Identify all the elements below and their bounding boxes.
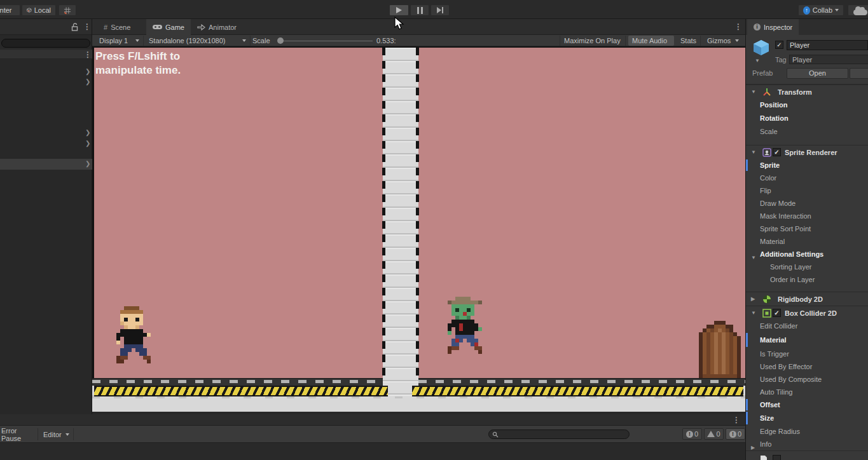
prefab-select-button[interactable] <box>850 68 868 79</box>
row-order-in-layer[interactable]: Order in Layer <box>746 273 868 286</box>
row-used-by-composite[interactable]: Used By Composite <box>746 373 868 386</box>
info-log-toggle[interactable]: ! 0 <box>682 428 702 440</box>
maximize-on-play-toggle[interactable]: Maximize On Play <box>560 36 626 46</box>
row-collider-material[interactable]: Material <box>746 332 868 348</box>
component-checkbox[interactable]: ✓ <box>773 309 781 317</box>
boxcollider2d-header[interactable]: ▼ ✓ Box Collider 2D <box>746 306 868 320</box>
expand-arrow-icon[interactable]: ❯ <box>85 78 90 85</box>
prefab-cube-icon[interactable] <box>752 39 770 57</box>
row-mask-interaction[interactable]: Mask Interaction <box>746 210 868 222</box>
hierarchy-scene-header[interactable]: ⋮ <box>0 50 92 59</box>
row-position[interactable]: Position <box>746 98 868 112</box>
game-viewport[interactable]: Press F/Lshift to manipulate time. <box>92 46 745 412</box>
sprite-renderer-header[interactable]: ▼ ✓ Sprite Renderer <box>746 145 868 159</box>
foldout-closed-icon[interactable]: ▶ <box>751 296 755 302</box>
pivot-center-button[interactable]: nter <box>0 4 20 16</box>
prefab-label: Prefab <box>752 69 773 77</box>
row-sprite-sort-point[interactable]: Sprite Sort Point <box>746 222 868 235</box>
pivot-local-button[interactable]: Local <box>22 4 56 16</box>
tab-game[interactable]: Game <box>146 19 191 35</box>
script-icon <box>760 455 768 460</box>
expand-arrow-icon[interactable]: ❯ <box>85 68 90 75</box>
grid-snap-icon <box>64 6 71 15</box>
hierarchy-search-input[interactable] <box>1 39 90 48</box>
scene-menu-icon[interactable]: ⋮ <box>84 50 92 59</box>
override-marker <box>746 399 748 410</box>
display-dropdown[interactable]: Display 1 <box>95 36 144 46</box>
gizmos-dropdown[interactable]: Gizmos <box>703 36 743 46</box>
row-material[interactable]: Material <box>746 235 868 248</box>
game-panel-menu-icon[interactable]: ⋮ <box>734 22 742 31</box>
hierarchy-menu-icon[interactable]: ⋮ <box>83 22 91 31</box>
console-search-input[interactable] <box>488 430 630 439</box>
scale-slider-thumb[interactable] <box>277 37 284 44</box>
row-offset[interactable]: Offset <box>746 398 868 411</box>
floor-dark-band <box>92 378 745 386</box>
row-scale[interactable]: Scale <box>746 125 868 139</box>
foldout-open-icon[interactable]: ▼ <box>751 310 756 316</box>
scale-slider-track[interactable] <box>279 41 373 41</box>
main-toolbar: nter Local ↑ Collab <box>0 0 868 19</box>
scale-label: Scale <box>252 37 270 44</box>
row-rotation[interactable]: Rotation <box>746 112 868 125</box>
console-tab-bar: ⋮ <box>0 414 745 426</box>
hierarchy-selected-row[interactable]: ❯ <box>0 159 92 170</box>
row-edge-radius[interactable]: Edge Radius <box>746 425 868 438</box>
pause-button[interactable] <box>410 4 429 16</box>
cube-icon <box>27 6 32 14</box>
tag-dropdown[interactable]: Player <box>789 55 868 64</box>
expand-arrow-icon[interactable]: ❯ <box>85 160 90 167</box>
row-edit-collider[interactable]: Edit Collider <box>746 320 868 332</box>
row-additional-settings[interactable]: ▼Additional Settings <box>746 248 868 260</box>
console-log-area[interactable] <box>0 443 745 460</box>
lock-icon[interactable] <box>71 23 79 31</box>
row-sorting-layer[interactable]: Sorting Layer <box>746 260 868 273</box>
prefab-open-button[interactable]: Open <box>787 68 848 79</box>
inspector-tab-bar: i Inspector <box>746 19 868 35</box>
console-menu-icon[interactable]: ⋮ <box>733 416 740 424</box>
error-pause-toggle[interactable]: Error Pause <box>0 428 38 440</box>
foldout-open-icon[interactable]: ▼ <box>751 89 756 95</box>
next-component-partial[interactable] <box>746 450 868 460</box>
game-hint-text: Press F/Lshift to manipulate time. <box>95 50 181 78</box>
grid-snap-button[interactable] <box>59 4 76 16</box>
foldout-open-icon[interactable]: ▼ <box>751 149 756 155</box>
row-is-trigger[interactable]: Is Trigger <box>746 348 868 360</box>
row-draw-mode[interactable]: Draw Mode <box>746 197 868 210</box>
cloud-services-button[interactable] <box>848 4 868 16</box>
play-button[interactable] <box>389 4 409 16</box>
active-checkbox[interactable]: ✓ <box>775 41 783 49</box>
hazard-stripe-right <box>412 386 743 396</box>
chevron-down-icon <box>242 39 246 42</box>
rigidbody2d-header[interactable]: ▶ Rigidbody 2D <box>746 292 868 306</box>
expand-arrow-icon[interactable]: ❯ <box>85 140 90 147</box>
step-button[interactable] <box>431 4 450 16</box>
component-checkbox[interactable]: ✓ <box>773 148 781 156</box>
editor-dropdown[interactable]: Editor <box>39 428 74 440</box>
icon-dropdown-arrow[interactable]: ▼ <box>755 58 760 64</box>
resolution-dropdown[interactable]: Standalone (1920x1080) <box>145 36 251 46</box>
row-sprite[interactable]: Sprite <box>746 159 868 172</box>
transform-header[interactable]: ▼ Transform <box>746 85 868 98</box>
scale-value: 0.533: <box>376 37 396 44</box>
override-marker <box>746 412 748 424</box>
scene-icon: # <box>104 24 107 31</box>
mute-audio-toggle[interactable]: Mute Audio <box>628 36 674 46</box>
expand-arrow-icon[interactable]: ❯ <box>85 129 90 136</box>
row-flip[interactable]: Flip <box>746 184 868 197</box>
row-info[interactable]: ▶Info <box>746 438 868 450</box>
row-color[interactable]: Color <box>746 172 868 184</box>
row-auto-tiling[interactable]: Auto Tiling <box>746 386 868 398</box>
tab-animator[interactable]: Animator <box>191 19 243 35</box>
stats-toggle[interactable]: Stats <box>677 36 701 46</box>
name-field[interactable]: Player <box>787 40 868 50</box>
component-checkbox[interactable] <box>773 455 781 460</box>
chevron-down-icon <box>135 39 139 42</box>
error-log-toggle[interactable]: ! 0 <box>726 428 745 440</box>
warning-log-toggle[interactable]: 0 <box>704 428 724 440</box>
row-size[interactable]: Size <box>746 411 868 425</box>
tab-scene[interactable]: # Scene <box>97 19 137 35</box>
tab-inspector[interactable]: i Inspector <box>747 19 799 35</box>
collab-button[interactable]: ↑ Collab <box>798 4 844 16</box>
row-used-by-effector[interactable]: Used By Effector <box>746 360 868 373</box>
